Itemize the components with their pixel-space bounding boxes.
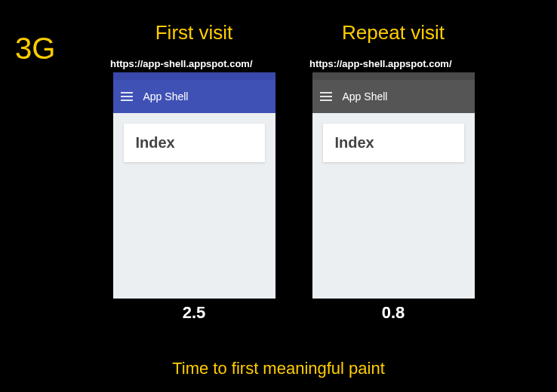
column-title: Repeat visit	[342, 21, 445, 44]
card-title: Index	[335, 134, 452, 152]
column-first-visit: First visit https://app-shell.appspot.co…	[106, 21, 282, 323]
network-label: 3G	[15, 32, 55, 66]
timing-value: 2.5	[183, 303, 206, 323]
app-content: Index	[312, 113, 475, 299]
caption: Time to first meaningful paint	[0, 359, 557, 378]
status-bar	[312, 72, 475, 80]
url-label: https://app-shell.appspot.com/	[305, 58, 452, 69]
app-bar: App Shell	[312, 80, 475, 113]
column-repeat-visit: Repeat visit https://app-shell.appspot.c…	[305, 21, 482, 323]
app-bar: App Shell	[113, 80, 275, 113]
phone-screenshot: App Shell Index	[113, 72, 275, 299]
phone-screenshot: App Shell Index	[312, 72, 475, 299]
app-bar-title: App Shell	[343, 90, 388, 103]
timing-value: 0.8	[382, 303, 405, 323]
content-card: Index	[323, 124, 464, 162]
content-card: Index	[124, 124, 265, 162]
column-title: First visit	[155, 21, 233, 44]
url-label: https://app-shell.appspot.com/	[106, 58, 253, 69]
hamburger-icon[interactable]	[320, 92, 332, 101]
hamburger-icon[interactable]	[121, 92, 133, 101]
status-bar	[113, 72, 275, 80]
app-content: Index	[113, 113, 275, 299]
card-title: Index	[136, 134, 253, 152]
columns-container: First visit https://app-shell.appspot.co…	[106, 21, 482, 323]
app-bar-title: App Shell	[143, 90, 189, 103]
